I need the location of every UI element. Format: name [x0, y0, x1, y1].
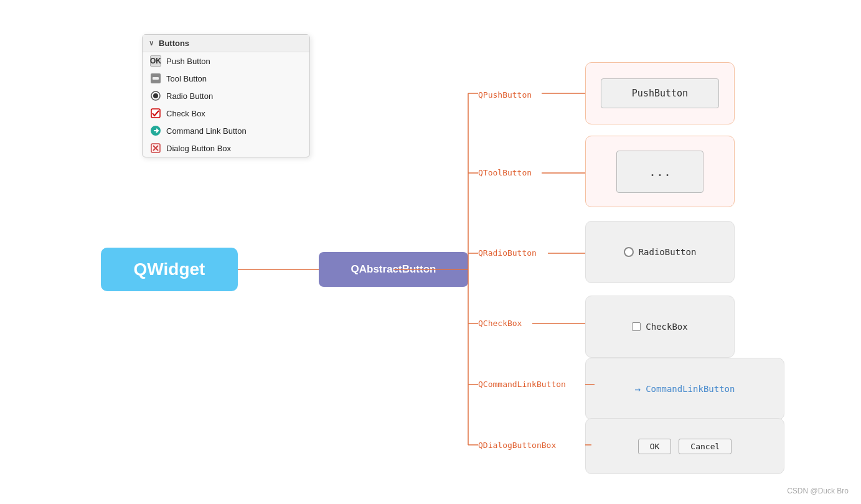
dialogbtn-label: Dialog Button Box [166, 144, 231, 153]
widget-panel: ∨ Buttons OK Push Button Tool Button Rad… [142, 34, 310, 157]
checkbox-icon [150, 108, 161, 119]
list-item[interactable]: Radio Button [143, 87, 309, 105]
panel-title: Buttons [159, 39, 189, 48]
ok-button[interactable]: OK [638, 439, 672, 454]
dialogbuttonbox-widget: OK Cancel [638, 439, 732, 454]
node-qcommandlinkbutton: QCommandLinkButton [478, 380, 566, 389]
commandlinkbutton-widget: → CommandLinkButton [635, 383, 735, 395]
panel-header: ∨ Buttons [143, 35, 309, 52]
radiobutton-widget: RadioButton [624, 247, 697, 257]
toolbtn-label: Tool Button [166, 74, 207, 83]
preview-dialogbuttonbox: OK Cancel [585, 418, 784, 474]
pushbtn-label: Push Button [166, 57, 210, 66]
arrow-icon: → [635, 383, 641, 395]
pushbutton-widget: PushButton [601, 78, 719, 108]
qwidget-label: QWidget [134, 259, 205, 279]
node-qpushbutton: QPushButton [478, 90, 532, 100]
node-qradiobutton: QRadioButton [478, 248, 537, 258]
radiobtn-icon [150, 90, 161, 101]
qabstractbutton-label: QAbstractButton [351, 263, 436, 276]
checkbox-widget: CheckBox [632, 322, 687, 332]
qwidget-box: QWidget [101, 248, 238, 291]
qabstractbutton-box: QAbstractButton [319, 252, 468, 287]
preview-radiobutton: RadioButton [585, 221, 735, 283]
list-item[interactable]: OK Push Button [143, 52, 309, 70]
watermark: CSDN @Duck Bro [787, 487, 849, 495]
list-item[interactable]: Check Box [143, 105, 309, 122]
list-item[interactable]: Dialog Button Box [143, 139, 309, 157]
dialogbtn-icon [150, 142, 161, 154]
preview-commandlinkbutton: → CommandLinkButton [585, 358, 784, 420]
preview-toolbutton: ... [585, 136, 735, 207]
node-qdialogbuttonbox: QDialogButtonBox [478, 441, 556, 450]
toolbutton-widget: ... [616, 151, 703, 193]
pushbtn-icon: OK [150, 55, 161, 67]
preview-pushbutton: PushButton [585, 62, 735, 124]
node-qtoolbutton: QToolButton [478, 168, 532, 177]
cmdlink-label: Command Link Button [166, 126, 247, 136]
toolbtn-icon [150, 73, 161, 84]
list-item[interactable]: Tool Button [143, 70, 309, 87]
radiobtn-label: Radio Button [166, 91, 213, 101]
node-qcheckbox: QCheckBox [478, 319, 522, 328]
list-item[interactable]: Command Link Button [143, 122, 309, 139]
check-square-icon [632, 322, 641, 331]
svg-rect-1 [153, 77, 159, 80]
checkbox-label: Check Box [166, 109, 205, 118]
chevron-icon: ∨ [149, 39, 154, 47]
cmdlink-icon [150, 125, 161, 136]
cancel-button[interactable]: Cancel [679, 439, 732, 454]
preview-checkbox: CheckBox [585, 296, 735, 358]
svg-point-3 [153, 93, 158, 98]
radio-circle-icon [624, 247, 634, 257]
